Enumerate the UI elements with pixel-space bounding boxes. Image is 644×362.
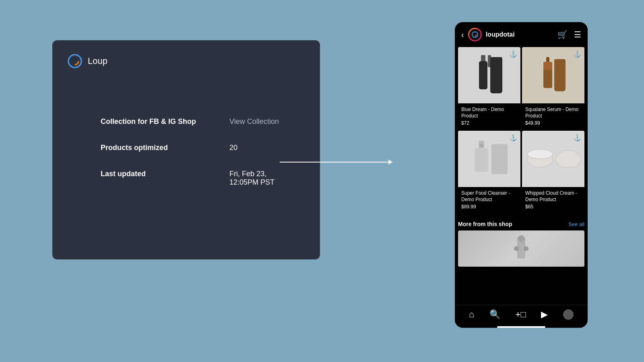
blue-dream-bottle-svg bbox=[476, 55, 490, 95]
collection-label: Collection for FB & IG Shop bbox=[101, 117, 197, 126]
product-card-whipped[interactable]: ⚓ Whipped Cloud Cream - Demo Product $65 bbox=[522, 131, 584, 213]
svg-rect-6 bbox=[546, 57, 549, 63]
product-card-squalane[interactable]: ⚓ Squalane Serum - Demo Product $49.99 bbox=[522, 47, 584, 129]
add-nav-icon[interactable]: +□ bbox=[516, 309, 526, 320]
logo-text: Loup bbox=[88, 56, 107, 66]
left-panel: Loup Collection for FB & IG Shop View Co… bbox=[52, 40, 320, 259]
instagram-username: loupdotai bbox=[486, 31, 557, 38]
bookmark-icon-1[interactable]: ⚓ bbox=[509, 50, 517, 58]
product-card-blue-dream[interactable]: ⚓ Blue Dream - Demo Product $72 bbox=[458, 47, 520, 129]
phone-nav: ⌂ 🔍 +□ ▶ bbox=[455, 305, 588, 324]
svg-point-16 bbox=[514, 246, 519, 251]
more-image-inner bbox=[458, 230, 584, 267]
header-icons: 🛒 ☰ bbox=[557, 30, 581, 39]
updated-value: Fri, Feb 23, 12:05PM PST bbox=[229, 170, 296, 187]
user-avatar bbox=[468, 28, 482, 41]
info-row-updated: Last updated Fri, Feb 23, 12:05PM PST bbox=[101, 170, 296, 187]
home-nav-icon[interactable]: ⌂ bbox=[469, 309, 474, 320]
bookmark-icon-2[interactable]: ⚓ bbox=[573, 50, 581, 58]
product-name-1: Blue Dream - Demo Product bbox=[461, 107, 517, 119]
svg-point-13 bbox=[527, 149, 553, 159]
reels-nav-icon[interactable]: ▶ bbox=[541, 309, 548, 320]
svg-point-2 bbox=[472, 32, 478, 37]
product-info-4: Whipped Cloud Cream - Demo Product $65 bbox=[522, 187, 584, 213]
more-shop-image[interactable] bbox=[458, 230, 584, 267]
svg-point-15 bbox=[518, 235, 524, 242]
whipped-jar-svg bbox=[525, 148, 555, 170]
loup-logo-icon bbox=[67, 53, 83, 69]
super-food-bottle-svg bbox=[471, 141, 491, 177]
more-header: More from this shop See all bbox=[458, 219, 584, 230]
product-price-1: $72 bbox=[461, 120, 517, 126]
more-section: More from this shop See all bbox=[458, 216, 584, 270]
squalane-bottle-svg bbox=[541, 57, 554, 93]
product-card-super-food[interactable]: ⚓ Super Food Cleanser - Demo Product $89… bbox=[458, 131, 520, 213]
cart-icon[interactable]: 🛒 bbox=[557, 30, 568, 39]
arrow-connector bbox=[280, 158, 392, 166]
product-info-1: Blue Dream - Demo Product $72 bbox=[458, 103, 520, 129]
avatar-inner bbox=[469, 29, 481, 40]
info-row-collection: Collection for FB & IG Shop View Collect… bbox=[101, 117, 296, 126]
bookmark-icon-3[interactable]: ⚓ bbox=[509, 134, 517, 142]
info-section: Collection for FB & IG Shop View Collect… bbox=[52, 69, 320, 187]
avatar-logo-icon bbox=[471, 31, 479, 38]
home-indicator bbox=[497, 326, 545, 328]
arrow-head bbox=[388, 160, 392, 165]
more-product-svg bbox=[509, 234, 533, 263]
svg-point-17 bbox=[524, 246, 528, 251]
product-name-3: Super Food Cleanser - Demo Product bbox=[461, 190, 517, 203]
svg-point-3 bbox=[473, 33, 476, 36]
phone-content[interactable]: ⚓ Blue Dream - Demo Product $72 ⚓ bbox=[455, 47, 588, 305]
product-grid: ⚓ Blue Dream - Demo Product $72 ⚓ bbox=[458, 47, 584, 213]
product-info-2: Squalane Serum - Demo Product $49.99 bbox=[522, 103, 584, 129]
svg-rect-8 bbox=[543, 62, 552, 70]
product-name-2: Squalane Serum - Demo Product bbox=[525, 107, 581, 119]
product-price-4: $65 bbox=[525, 204, 581, 210]
svg-point-10 bbox=[479, 144, 483, 148]
products-label: Products optimized bbox=[101, 144, 197, 152]
product-price-3: $89.99 bbox=[461, 204, 517, 210]
products-value: 20 bbox=[229, 144, 237, 152]
svg-point-0 bbox=[68, 55, 81, 68]
svg-rect-5 bbox=[479, 61, 487, 89]
profile-nav-avatar[interactable] bbox=[563, 309, 574, 320]
menu-icon[interactable]: ☰ bbox=[574, 30, 581, 39]
product-name-4: Whipped Cloud Cream - Demo Product bbox=[525, 190, 581, 203]
svg-rect-11 bbox=[475, 148, 488, 172]
collection-value[interactable]: View Collection bbox=[229, 117, 279, 126]
arrow-line bbox=[280, 162, 392, 162]
more-title: More from this shop bbox=[458, 221, 512, 227]
see-all-button[interactable]: See all bbox=[568, 221, 584, 227]
svg-point-1 bbox=[71, 58, 78, 65]
bookmark-icon-4[interactable]: ⚓ bbox=[573, 134, 581, 142]
phone-header: ‹ loupdotai 🛒 ☰ bbox=[455, 22, 588, 47]
search-nav-icon[interactable]: 🔍 bbox=[489, 309, 500, 320]
info-row-products: Products optimized 20 bbox=[101, 144, 296, 152]
updated-label: Last updated bbox=[101, 170, 197, 178]
logo-area: Loup bbox=[52, 40, 320, 69]
back-button[interactable]: ‹ bbox=[461, 30, 464, 39]
product-price-2: $49.99 bbox=[525, 120, 581, 126]
product-info-3: Super Food Cleanser - Demo Product $89.9… bbox=[458, 187, 520, 213]
phone-panel: ‹ loupdotai 🛒 ☰ bbox=[455, 22, 588, 328]
